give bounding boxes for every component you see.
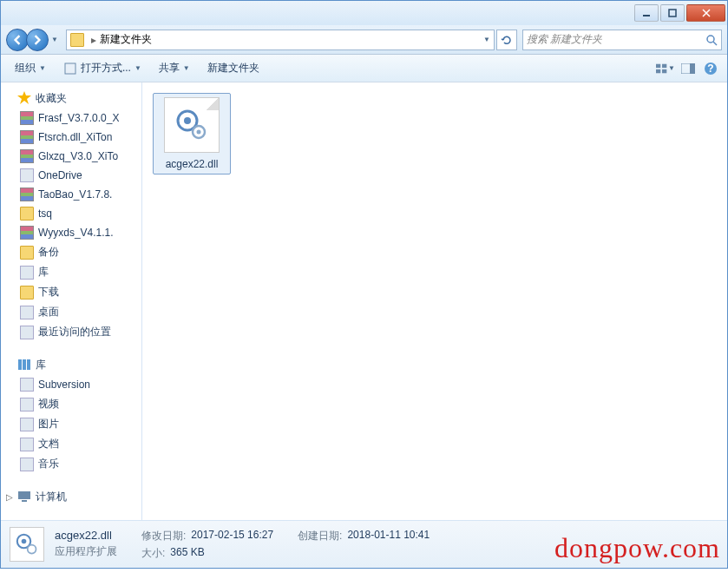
modified-label: 修改日期: xyxy=(141,529,186,543)
svg-point-22 xyxy=(22,539,27,544)
preview-pane-button[interactable] xyxy=(679,59,698,78)
sidebar-item[interactable]: OneDrive xyxy=(1,166,141,185)
refresh-button[interactable] xyxy=(496,30,517,50)
sidebar-item[interactable]: 图片 xyxy=(1,414,141,434)
library-icon xyxy=(20,266,34,280)
computer-title: 计算机 xyxy=(36,490,67,504)
svg-point-18 xyxy=(184,117,191,124)
toolbar: 组织▼ 打开方式...▼ 共享▼ 新建文件夹 ▼ ? xyxy=(1,55,727,82)
star-icon xyxy=(16,90,32,106)
computer-group: ▷ 计算机 xyxy=(1,486,141,507)
close-button[interactable] xyxy=(686,4,725,22)
sidebar-item[interactable]: 备份 xyxy=(1,242,141,262)
breadcrumb[interactable]: ▸ 新建文件夹 ▼ xyxy=(66,30,495,50)
breadcrumb-separator-icon: ▸ xyxy=(91,34,96,46)
sidebar-item[interactable]: 桌面 xyxy=(1,302,141,322)
created-value: 2018-01-11 10:41 xyxy=(347,529,430,543)
size-value: 365 KB xyxy=(170,546,204,561)
share-button[interactable]: 共享▼ xyxy=(152,57,197,79)
archive-icon xyxy=(20,111,34,125)
svg-rect-14 xyxy=(27,359,30,370)
breadcrumb-folder[interactable]: 新建文件夹 xyxy=(100,32,152,47)
open-with-button[interactable]: 打开方式...▼ xyxy=(56,57,148,79)
svg-rect-5 xyxy=(662,63,666,67)
sidebar-item[interactable]: tsq xyxy=(1,204,141,223)
sidebar-item[interactable]: Glxzq_V3.0_XiTo xyxy=(1,147,141,166)
sidebar-item[interactable]: TaoBao_V1.7.8. xyxy=(1,185,141,204)
maximize-button[interactable] xyxy=(660,4,685,22)
recent-icon xyxy=(20,326,34,339)
svg-rect-9 xyxy=(690,63,695,74)
sidebar-item[interactable]: 最近访问的位置 xyxy=(1,322,141,342)
file-name: acgex22.dll xyxy=(166,158,219,170)
titlebar xyxy=(1,1,727,25)
details-filename: acgex22.dll xyxy=(55,529,117,542)
svg-rect-16 xyxy=(22,500,27,502)
video-icon xyxy=(20,398,34,412)
search-icon xyxy=(705,34,718,46)
archive-icon xyxy=(20,149,34,163)
computer-icon xyxy=(16,489,32,504)
svg-rect-13 xyxy=(23,359,26,370)
svg-point-20 xyxy=(197,130,201,135)
libraries-header[interactable]: 库 xyxy=(1,354,141,375)
nav-history-dropdown[interactable]: ▼ xyxy=(49,29,61,51)
body: 收藏夹 Frasf_V3.7.0.0_X Ftsrch.dll_XiTon Gl… xyxy=(1,82,727,520)
folder-icon xyxy=(20,246,34,260)
breadcrumb-dropdown-icon[interactable]: ▼ xyxy=(483,36,490,43)
sidebar-item[interactable]: 音乐 xyxy=(1,454,141,474)
music-icon xyxy=(20,458,34,471)
svg-rect-3 xyxy=(65,63,75,74)
onedrive-icon xyxy=(20,168,34,182)
computer-header[interactable]: ▷ 计算机 xyxy=(1,486,141,507)
view-options-button[interactable]: ▼ xyxy=(656,59,675,78)
favorites-title: 收藏夹 xyxy=(36,91,67,106)
svg-point-23 xyxy=(28,545,36,554)
modified-value: 2017-02-15 16:27 xyxy=(191,529,273,543)
new-folder-button[interactable]: 新建文件夹 xyxy=(200,57,266,79)
nav-buttons: ▼ xyxy=(6,29,61,51)
forward-button[interactable] xyxy=(26,29,49,51)
sidebar-item[interactable]: Frasf_V3.7.0.0_X xyxy=(1,109,141,128)
address-bar: ▼ ▸ 新建文件夹 ▼ 搜索 新建文件夹 xyxy=(1,25,727,55)
dll-file-icon xyxy=(164,97,220,153)
desktop-icon xyxy=(20,306,34,319)
svg-rect-7 xyxy=(662,69,666,72)
pictures-icon xyxy=(20,418,34,431)
sidebar-item[interactable]: 文档 xyxy=(1,434,141,454)
folder-icon xyxy=(70,33,84,47)
libraries-title: 库 xyxy=(36,358,46,372)
details-pane: acgex22.dll 应用程序扩展 修改日期:2017-02-15 16:27… xyxy=(1,520,727,568)
explorer-window: ▼ ▸ 新建文件夹 ▼ 搜索 新建文件夹 组织▼ 打开方式...▼ 共享▼ 新建… xyxy=(0,0,728,569)
libraries-group: 库 Subversion 视频 图片 文档 音乐 xyxy=(1,354,141,474)
archive-icon xyxy=(20,130,34,144)
search-placeholder: 搜索 新建文件夹 xyxy=(527,32,705,47)
documents-icon xyxy=(20,438,34,451)
folder-icon xyxy=(20,207,34,221)
library-icon xyxy=(16,357,32,372)
downloads-icon xyxy=(20,286,34,300)
search-input[interactable]: 搜索 新建文件夹 xyxy=(522,30,722,50)
sidebar-item[interactable]: Ftsrch.dll_XiTon xyxy=(1,128,141,147)
details-filetype: 应用程序扩展 xyxy=(55,544,117,559)
sidebar-item[interactable]: 库 xyxy=(1,262,141,282)
svg-rect-6 xyxy=(656,69,660,72)
minimize-button[interactable] xyxy=(634,4,659,22)
svg-point-2 xyxy=(707,36,714,43)
sidebar-item[interactable]: Subversion xyxy=(1,375,141,394)
help-button[interactable]: ? xyxy=(701,59,720,78)
sidebar-item[interactable]: Wyyxds_V4.1.1. xyxy=(1,223,141,242)
organize-button[interactable]: 组织▼ xyxy=(8,57,53,79)
svg-rect-1 xyxy=(669,10,676,16)
sidebar-item[interactable]: 下载 xyxy=(1,282,141,302)
favorites-header[interactable]: 收藏夹 xyxy=(1,88,141,109)
svg-rect-15 xyxy=(18,491,30,499)
size-label: 大小: xyxy=(141,546,165,561)
sidebar-item[interactable]: 视频 xyxy=(1,394,141,414)
svg-text:?: ? xyxy=(707,63,713,75)
refresh-icon xyxy=(501,34,513,46)
file-item-selected[interactable]: acgex22.dll xyxy=(153,93,231,174)
expand-icon: ▷ xyxy=(6,492,15,502)
archive-icon xyxy=(20,226,34,240)
file-list[interactable]: acgex22.dll xyxy=(142,82,727,520)
